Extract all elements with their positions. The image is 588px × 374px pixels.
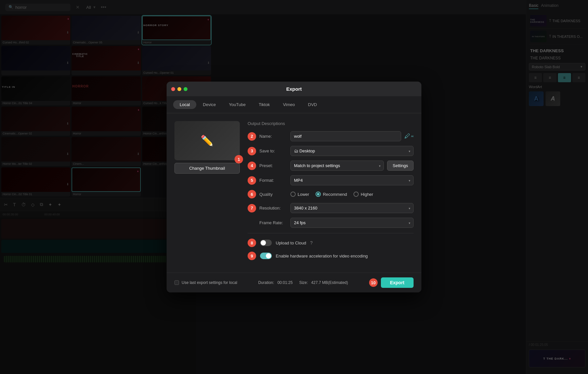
- step-badge-10: 10: [369, 278, 378, 287]
- recommend-label: Recommend: [323, 192, 347, 197]
- name-input-wrap[interactable]: [290, 131, 401, 141]
- name-input[interactable]: [294, 134, 398, 139]
- resolution-row: 7 Resolution: 3840 x 2160 ▾: [248, 203, 414, 213]
- lower-label: Lower: [298, 192, 309, 197]
- modal-body: ✏️ 1 Change Thumbnail Output Description…: [167, 113, 421, 273]
- radio-lower[interactable]: [290, 192, 296, 197]
- hardware-accel-toggle[interactable]: [260, 253, 272, 259]
- frame-rate-row: Frame Rate: 24 fps ▾: [248, 218, 414, 228]
- resolution-select-wrap: 3840 x 2160 ▾: [290, 203, 414, 213]
- upload-cloud-label: Upload to Cloud: [276, 241, 306, 245]
- hardware-accel-label: Enable hardware acceleration for video e…: [276, 254, 368, 258]
- traffic-lights: [171, 87, 188, 91]
- ai-generate-button[interactable]: 🖊 AI: [404, 133, 414, 140]
- radio-recommend[interactable]: [316, 192, 321, 197]
- step-badge-7: 7: [248, 204, 256, 212]
- export-btn-group: 10 Export: [369, 277, 414, 288]
- higher-label: Higher: [361, 192, 373, 197]
- thumbnail-preview: ✏️ 1: [174, 121, 240, 160]
- save-to-label: Save to:: [259, 148, 287, 153]
- export-tabs: Local Device YouTube Tiktok Vimeo DVD: [167, 96, 421, 113]
- output-descriptions-label: Output Descriptions: [248, 121, 414, 126]
- resolution-select[interactable]: 3840 x 2160: [290, 203, 414, 213]
- save-to-row: 3 Save to: 🗂 Desktop ▾: [248, 146, 414, 156]
- step-badge-2: 2: [248, 132, 256, 141]
- modal-title: Export: [286, 86, 302, 92]
- close-window-button[interactable]: [171, 87, 175, 91]
- frame-rate-label: Frame Rate:: [259, 220, 287, 225]
- format-select-wrap: MP4 ▾: [290, 175, 414, 185]
- name-row: 2 Name: 🖊 AI: [248, 131, 414, 141]
- radio-higher[interactable]: [353, 192, 359, 197]
- preset-select-wrap: Match to project settings ▾: [290, 161, 384, 171]
- quality-lower-option[interactable]: Lower: [290, 192, 309, 197]
- tab-vimeo[interactable]: Vimeo: [276, 100, 302, 109]
- tab-tiktok[interactable]: Tiktok: [252, 100, 276, 109]
- format-select[interactable]: MP4: [290, 175, 414, 185]
- help-icon[interactable]: ?: [310, 240, 313, 245]
- maximize-window-button[interactable]: [184, 87, 188, 91]
- tab-device[interactable]: Device: [196, 100, 222, 109]
- frame-rate-select-wrap: 24 fps ▾: [290, 218, 414, 228]
- hardware-accel-row: 9 Enable hardware acceleration for video…: [248, 252, 414, 260]
- save-to-select[interactable]: 🗂 Desktop: [290, 146, 414, 156]
- modal-overlay: Export Local Device YouTube Tiktok Vimeo…: [0, 0, 588, 374]
- frame-rate-select[interactable]: 24 fps: [290, 218, 414, 228]
- toggle-knob-on: [266, 253, 271, 258]
- pencil-icon: ✏️: [201, 134, 214, 147]
- minimize-window-button[interactable]: [177, 87, 181, 91]
- tab-youtube[interactable]: YouTube: [222, 100, 252, 109]
- step-badge-5: 5: [248, 176, 256, 185]
- quality-row: 6 Quality Lower Recommend H: [248, 190, 414, 198]
- thumbnail-section: ✏️ 1 Change Thumbnail: [174, 121, 240, 265]
- quality-group: Lower Recommend Higher: [290, 192, 414, 197]
- form-section: Output Descriptions 2 Name: 🖊 AI 3: [248, 121, 414, 265]
- preset-row: 4 Preset: Match to project settings ▾ Se…: [248, 161, 414, 171]
- settings-button[interactable]: Settings: [387, 161, 414, 171]
- resolution-label: Resolution:: [259, 206, 287, 210]
- step-badge-9: 9: [248, 252, 256, 260]
- quality-higher-option[interactable]: Higher: [353, 192, 373, 197]
- last-settings-checkbox[interactable]: [174, 280, 179, 285]
- change-thumbnail-button[interactable]: Change Thumbnail: [174, 163, 240, 174]
- last-settings-label: Use last export settings for local: [182, 280, 237, 285]
- modal-footer: Use last export settings for local Durat…: [167, 273, 421, 292]
- quality-recommend-option[interactable]: Recommend: [316, 192, 347, 197]
- preset-select[interactable]: Match to project settings: [290, 161, 384, 171]
- tab-dvd[interactable]: DVD: [302, 100, 323, 109]
- step-badge-8: 8: [248, 239, 256, 247]
- last-settings-group: Use last export settings for local: [174, 280, 237, 285]
- duration-label: Duration:: [258, 280, 274, 285]
- footer-info: Duration: 00:01:25 Size: 427.7 MB(Estima…: [258, 280, 348, 285]
- quality-label: Quality: [259, 192, 287, 197]
- step-badge-4: 4: [248, 162, 256, 170]
- upload-cloud-toggle[interactable]: [260, 240, 272, 246]
- step-badge-6: 6: [248, 190, 256, 198]
- export-modal: Export Local Device YouTube Tiktok Vimeo…: [167, 82, 421, 292]
- step-number-1: 1: [235, 155, 243, 164]
- size-info: Size: 427.7 MB(Estimated): [299, 280, 348, 285]
- modal-header: Export: [167, 82, 421, 96]
- upload-cloud-row: 8 Upload to Cloud ?: [248, 239, 414, 247]
- save-to-select-wrap: 🗂 Desktop ▾: [290, 146, 414, 156]
- format-label: Format:: [259, 178, 287, 183]
- toggle-knob: [261, 240, 266, 245]
- name-label: Name:: [259, 134, 287, 139]
- duration-info: Duration: 00:01:25: [258, 280, 292, 285]
- tab-local[interactable]: Local: [173, 100, 196, 109]
- preset-label: Preset:: [259, 163, 287, 168]
- step-badge-3: 3: [248, 147, 256, 155]
- duration-value: 00:01:25: [277, 280, 293, 285]
- export-button[interactable]: Export: [381, 277, 414, 288]
- size-value: 427.7 MB(Estimated): [311, 280, 348, 285]
- step-badge-1: 1: [235, 155, 243, 164]
- format-row: 5 Format: MP4 ▾: [248, 175, 414, 185]
- size-label: Size:: [299, 280, 308, 285]
- form-divider: [248, 233, 414, 233]
